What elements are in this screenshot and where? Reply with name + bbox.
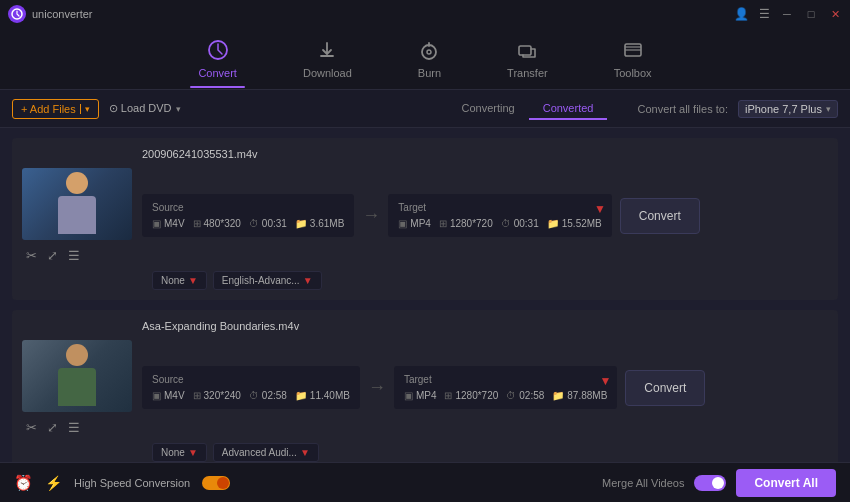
video2-target-size: 📁 87.88MB	[552, 390, 607, 401]
video2-source-format: ▣ M4V	[152, 390, 185, 401]
close-button[interactable]: ✕	[828, 8, 842, 21]
nav-toolbox[interactable]: Toolbox	[606, 35, 660, 83]
high-speed-label: High Speed Conversion	[74, 477, 190, 489]
nav-bar: Convert Download Burn Transfer	[0, 28, 850, 90]
video2-subtitle-dropdown-icon: ▼	[188, 447, 198, 458]
title-bar-controls: 👤 ☰ ─ □ ✕	[734, 7, 842, 21]
menu-icon[interactable]: ☰	[759, 7, 770, 21]
nav-download-label: Download	[303, 67, 352, 79]
convert-all-to-select[interactable]: iPhone 7,7 Plus ▾	[738, 100, 838, 118]
video1-cut-icon[interactable]: ✂	[26, 248, 37, 263]
load-dvd-label: ⊙ Load DVD	[109, 102, 172, 115]
add-files-dropdown-icon[interactable]: ▾	[80, 104, 90, 114]
video2-trim-icon[interactable]: ⤢	[47, 420, 58, 435]
video1-target-info: Target ▣ MP4 ⊞ 1280*720 ⏱ 00:31	[388, 194, 611, 237]
video2-subtitle-select[interactable]: None ▼	[152, 443, 207, 462]
convert-all-button[interactable]: Convert All	[736, 469, 836, 497]
video1-trim-icon[interactable]: ⤢	[47, 248, 58, 263]
video2-target-resolution: ⊞ 1280*720	[444, 390, 498, 401]
toolbox-nav-icon	[622, 39, 644, 64]
video2-source-label: Source	[152, 374, 350, 385]
video2-cut-icon[interactable]: ✂	[26, 420, 37, 435]
video1-target-dropdown-icon[interactable]: ▼	[594, 202, 606, 216]
video2-thumb-wrapper: ✂ ⤢ ☰	[22, 340, 132, 435]
video2-tsize-icon: 📁	[552, 390, 564, 401]
video1-target-size: 📁 15.52MB	[547, 218, 602, 229]
video2-arrow-icon: →	[368, 377, 386, 398]
nav-transfer[interactable]: Transfer	[499, 35, 556, 83]
video1-settings-icon[interactable]: ☰	[68, 248, 80, 263]
nav-convert[interactable]: Convert	[190, 35, 245, 83]
user-icon[interactable]: 👤	[734, 7, 749, 21]
app-icon	[8, 5, 26, 23]
video1-tools: ✂ ⤢ ☰	[26, 248, 132, 263]
video1-subtitle-select[interactable]: None ▼	[152, 271, 207, 290]
video1-arrow-icon: →	[362, 205, 380, 226]
status-bar-right: Merge All Videos Convert All	[602, 469, 836, 497]
video1-filename: 200906241035531.m4v	[142, 148, 828, 160]
video1-tsize-icon: 📁	[547, 218, 559, 229]
video2-audio-select[interactable]: Advanced Audi... ▼	[213, 443, 319, 462]
video2-settings-icon[interactable]: ☰	[68, 420, 80, 435]
video1-source-duration: ⏱ 00:31	[249, 218, 287, 229]
convert-all-to-dropdown-icon: ▾	[826, 104, 831, 114]
video1-source-info: Source ▣ M4V ⊞ 480*320 ⏱ 00:31	[142, 194, 354, 237]
content-area: 200906241035531.m4v ✂ ⤢ ☰	[0, 128, 850, 462]
burn-nav-icon	[418, 39, 440, 64]
video1-target-label: Target	[398, 202, 601, 213]
video1-thumb-wrapper: ✂ ⤢ ☰	[22, 168, 132, 263]
video-item-2: Asa-Expanding Boundaries.m4v ✂ ⤢ ☰	[12, 310, 838, 462]
video2-thumbnail	[22, 340, 132, 412]
video1-size-icon: 📁	[295, 218, 307, 229]
video2-audio-value: Advanced Audi...	[222, 447, 297, 458]
video2-target-dropdown-icon[interactable]: ▼	[599, 374, 611, 388]
add-files-label: + Add Files	[21, 103, 76, 115]
video1-target-format: ▣ MP4	[398, 218, 431, 229]
video1-source-size: 📁 3.61MB	[295, 218, 344, 229]
nav-burn-label: Burn	[418, 67, 441, 79]
video2-source-duration: ⏱ 02:58	[249, 390, 287, 401]
minimize-button[interactable]: ─	[780, 8, 794, 20]
tab-converted[interactable]: Converted	[529, 98, 608, 120]
video2-tools: ✂ ⤢ ☰	[26, 420, 132, 435]
tab-group: Converting Converted	[447, 98, 607, 120]
video1-main: ✂ ⤢ ☰ Source ▣ M4V ⊞ 480*320	[22, 168, 828, 263]
video2-main: ✂ ⤢ ☰ Source ▣ M4V ⊞ 320*240	[22, 340, 828, 435]
video2-source-size: 📁 11.40MB	[295, 390, 350, 401]
load-dvd-button[interactable]: ⊙ Load DVD ▾	[109, 102, 181, 115]
nav-download[interactable]: Download	[295, 35, 360, 83]
merge-toggle[interactable]	[694, 475, 726, 491]
video1-body	[58, 196, 96, 234]
video2-figure	[55, 344, 100, 409]
speed-toggle[interactable]	[202, 476, 230, 490]
status-bar: ⏰ ⚡ High Speed Conversion Merge All Vide…	[0, 462, 850, 502]
toolbar: + Add Files ▾ ⊙ Load DVD ▾ Converting Co…	[0, 90, 850, 128]
video2-info-section: Source ▣ M4V ⊞ 320*240 ⏱ 02:58	[142, 366, 828, 409]
merge-toggle-knob	[712, 477, 724, 489]
video2-thumb-person	[22, 340, 132, 412]
convert-nav-icon	[207, 39, 229, 64]
nav-toolbox-label: Toolbox	[614, 67, 652, 79]
video2-tres-icon: ⊞	[444, 390, 452, 401]
restore-button[interactable]: □	[804, 8, 818, 20]
clock-icon[interactable]: ⏰	[14, 474, 33, 492]
load-dvd-dropdown-icon: ▾	[176, 104, 181, 114]
transfer-nav-icon	[516, 39, 538, 64]
video2-audio-dropdown-icon: ▼	[300, 447, 310, 458]
video2-format-icon: ▣	[152, 390, 161, 401]
add-files-button[interactable]: + Add Files ▾	[12, 99, 99, 119]
video2-filename: Asa-Expanding Boundaries.m4v	[142, 320, 828, 332]
video1-audio-select[interactable]: English-Advanc... ▼	[213, 271, 322, 290]
video1-convert-button[interactable]: Convert	[620, 198, 700, 234]
video1-dur-icon: ⏱	[249, 218, 259, 229]
video1-thumbnail	[22, 168, 132, 240]
video2-tformat-icon: ▣	[404, 390, 413, 401]
tab-converting[interactable]: Converting	[447, 98, 528, 120]
video2-convert-button[interactable]: Convert	[625, 370, 705, 406]
nav-convert-label: Convert	[198, 67, 237, 79]
status-bar-left: ⏰ ⚡ High Speed Conversion	[14, 474, 230, 492]
video1-target-resolution: ⊞ 1280*720	[439, 218, 493, 229]
nav-burn[interactable]: Burn	[410, 35, 449, 83]
video1-source-format: ▣ M4V	[152, 218, 185, 229]
video1-target-row: ▣ MP4 ⊞ 1280*720 ⏱ 00:31 📁	[398, 218, 601, 229]
